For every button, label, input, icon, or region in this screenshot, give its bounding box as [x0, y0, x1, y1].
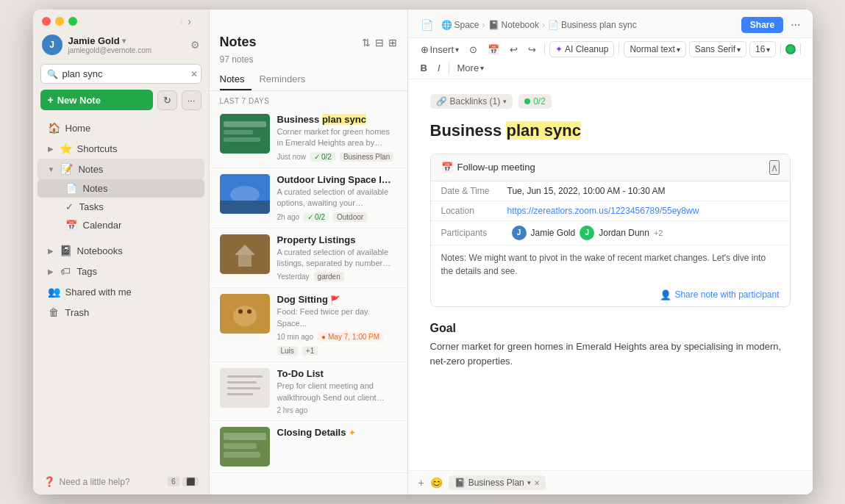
share-note-button[interactable]: 👤 Share note with participant [660, 289, 779, 300]
flag-icon: 🚩 [330, 295, 341, 304]
svg-point-12 [238, 309, 243, 314]
tag-close-icon[interactable]: ✕ [534, 479, 540, 487]
clear-icon[interactable]: ✕ [190, 69, 198, 79]
chevron-down-icon: ▾ [527, 479, 531, 486]
color-picker[interactable] [785, 44, 796, 54]
tasks-badge[interactable]: 0/2 [518, 94, 552, 109]
nav-arrows: ‹ › [180, 15, 191, 27]
sidebar-item-notes[interactable]: ▼ 📝 Notes [38, 159, 204, 179]
sidebar-item-shortcuts[interactable]: ▶ ⭐ Shortcuts [38, 138, 204, 159]
home-icon: 🏠 [48, 122, 60, 134]
list-item[interactable]: Property Listings A curated selection of… [210, 228, 407, 289]
note-time: 10 min ago [277, 333, 313, 341]
notes-count: 97 notes [210, 53, 407, 69]
expand-icon: ▼ [48, 165, 55, 173]
note-heading: Business plan sync [430, 120, 791, 142]
note-time: 2 hrs ago [277, 406, 308, 414]
format-toolbar: ⊕ Insert ▾ ⊙ 📅 ↩ ↪ ✦ AI Cleanup Normal t… [408, 38, 813, 79]
sidebar-sub-item-tasks[interactable]: ✓ Tasks [38, 198, 204, 216]
note-meta: 2 hrs ago [277, 406, 397, 414]
size-dropdown[interactable]: 16 ▾ [749, 41, 776, 57]
breadcrumb-space[interactable]: 🌐 Space [441, 20, 479, 30]
sync-button[interactable]: ↻ [157, 90, 177, 110]
search-input[interactable] [63, 68, 186, 79]
avatar: J [42, 35, 63, 55]
add-icon[interactable]: + [418, 477, 424, 489]
svg-rect-22 [224, 452, 260, 458]
minimize-button[interactable] [55, 17, 64, 26]
insert-icon: ⊕ [421, 44, 429, 55]
list-item[interactable]: Business plan sync Corner market for gre… [210, 108, 407, 168]
sidebar-sub-item-calendar[interactable]: 📅 Calendar [38, 216, 204, 234]
italic-button[interactable]: I [434, 60, 444, 76]
meeting-link[interactable]: https://zereatlors.zoom.us/1223456789/55… [507, 206, 699, 216]
sidebar-item-tags[interactable]: ▶ 🏷 Tags [38, 261, 204, 281]
note-meta: Just now ✓ 0/2 Business Plan [277, 152, 397, 162]
note-thumbnail [220, 294, 270, 334]
shared-icon: 👥 [48, 286, 60, 298]
list-item[interactable]: Outdoor Living Space Ideas A curated sel… [210, 168, 407, 228]
note-preview: Prep for client meeting and walkthrough … [277, 381, 397, 403]
more-dots-button[interactable]: ··· [788, 17, 803, 33]
close-button[interactable] [42, 17, 51, 26]
separator [449, 62, 449, 74]
breadcrumb-notebook[interactable]: 📓 Notebook [488, 20, 539, 30]
note-icon: 📄 [548, 20, 559, 30]
list-item[interactable]: To-Do List Prep for client meeting and w… [210, 362, 407, 421]
note-sub-icon: 📄 [65, 183, 77, 194]
share-button[interactable]: Share [741, 17, 783, 33]
note-title: Property Listings [277, 234, 397, 245]
trash-icon: 🗑 [48, 306, 60, 318]
note-tag-plus: +1 [302, 346, 318, 356]
meeting-card-header: 📅 Follow-up meeting ∧ [431, 154, 790, 181]
gear-icon[interactable]: ⚙ [190, 39, 200, 51]
font-dropdown[interactable]: Sans Serif ▾ [689, 41, 746, 57]
bold-button[interactable]: B [417, 60, 431, 76]
note-tag: Business Plan [340, 152, 393, 162]
emoji-icon[interactable]: 😊 [430, 477, 443, 489]
note-tag: Luis [277, 346, 298, 356]
breadcrumb-note[interactable]: 📄 Business plan sync [548, 20, 637, 30]
note-title: Dog Sitting 🚩 [277, 294, 397, 305]
maximize-button[interactable] [68, 17, 77, 26]
calendar-button[interactable]: 📅 [484, 42, 503, 57]
filter-icon[interactable]: ⊟ [375, 37, 384, 48]
sidebar-item-shared[interactable]: 👥 Shared with me [38, 281, 204, 302]
sidebar-item-notebooks[interactable]: ▶ 📓 Notebooks [38, 240, 204, 261]
separator [618, 43, 619, 55]
sidebar-item-trash[interactable]: 🗑 Trash [38, 302, 204, 323]
backlinks-badge[interactable]: 🔗 Backlinks (1) ▾ [430, 94, 513, 109]
editor-content[interactable]: 🔗 Backlinks (1) ▾ 0/2 Business plan sync… [408, 79, 813, 470]
chevron-down-icon: ▾ [766, 46, 770, 54]
note-title: To-Do List [277, 368, 397, 379]
calendar-icon: 📅 [441, 162, 453, 173]
list-item[interactable]: Closing Details ✦ [210, 421, 407, 473]
more-format-button[interactable]: More ▾ [454, 60, 488, 76]
sort-icon[interactable]: ⇅ [362, 37, 371, 48]
tab-notes[interactable]: Notes [220, 69, 252, 90]
tab-reminders[interactable]: Reminders [259, 69, 313, 90]
bottom-tag[interactable]: 📓 Business Plan ▾ ✕ [449, 475, 546, 490]
redo-button[interactable]: ↪ [524, 42, 540, 57]
new-note-button[interactable]: + New Note [40, 90, 153, 110]
list-item[interactable]: Dog Sitting 🚩 Food: Feed twice per day. … [210, 288, 407, 362]
insert-button[interactable]: ⊕ Insert ▾ [417, 42, 463, 57]
view-icon[interactable]: ⊞ [388, 37, 397, 48]
collapse-button[interactable]: ∧ [769, 160, 780, 175]
notebook-icon: 📓 [488, 20, 499, 30]
note-thumbnail [220, 427, 270, 467]
sidebar-sub-item-notes[interactable]: 📄 Notes [38, 179, 204, 198]
note-title: Business plan sync [277, 114, 397, 125]
sidebar-item-home[interactable]: 🏠 Home [38, 118, 204, 138]
task-button[interactable]: ⊙ [466, 42, 481, 57]
back-button[interactable]: ‹ [180, 15, 184, 27]
sidebar-header: J Jamie Gold ▾ jamiegold@evernote.com ⚙ [33, 32, 209, 61]
forward-button[interactable]: › [188, 15, 191, 27]
note-icon-btn[interactable]: 📄 [417, 17, 437, 33]
note-title: Outdoor Living Space Ideas [277, 174, 397, 185]
undo-button[interactable]: ↩ [506, 42, 521, 57]
ai-cleanup-button[interactable]: ✦ AI Cleanup [549, 41, 614, 57]
text-style-dropdown[interactable]: Normal text ▾ [624, 41, 685, 57]
more-options-button[interactable]: ··· [182, 90, 202, 110]
app-window: J Jamie Gold ▾ jamiegold@evernote.com ⚙ … [33, 10, 813, 494]
